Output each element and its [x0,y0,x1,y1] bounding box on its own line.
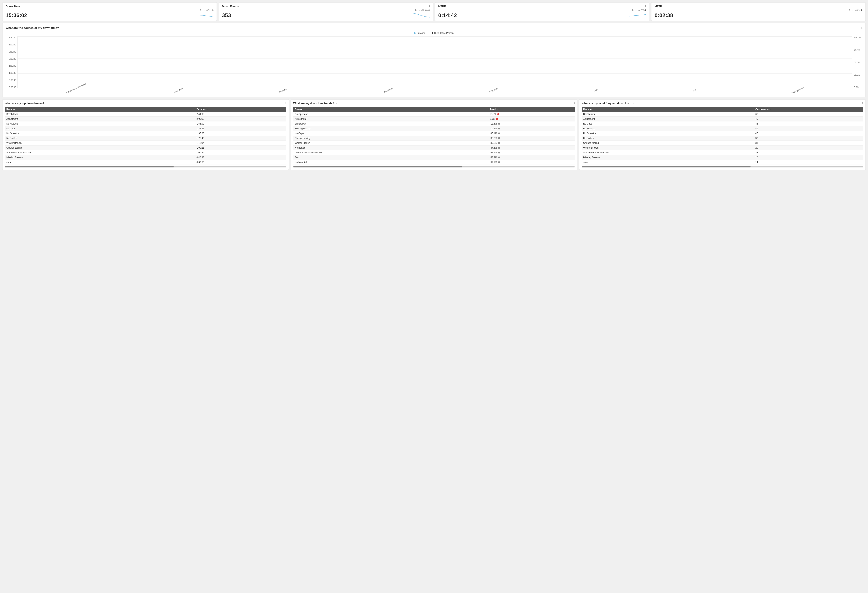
mttr-value: 0:02:38 [654,12,673,19]
chart-title: What are the causes of my down time? [6,26,59,29]
mttr-title: MTTR [654,5,662,8]
downtime-trend: Trend -4.5% [196,9,214,11]
mtbf-sparkline [629,12,646,18]
downevents-trend-dot [428,9,430,11]
downtime-info-icon[interactable]: ℹ [213,5,214,8]
chart-section: What are the causes of my down time? ℹ D… [2,23,866,97]
chart-plot-area [18,36,852,88]
y-axis-left: 3:30:00 3:00:00 2:30:00 2:00:00 1:30:00 … [6,36,17,88]
chart-legend: Duration Cumulative Percent [6,32,862,34]
mtbf-title: MTBF [438,5,446,8]
top-cards: Down Time ℹ 15:36:02 Trend -4.5% Down Ev… [2,2,866,21]
xlabel-jam: Jam [594,88,598,92]
chart-container: 3:30:00 3:00:00 2:30:00 2:00:00 1:30:00 … [6,36,862,94]
downevents-trend: Trend -61.9% [412,9,430,11]
downtime-value: 15:36:02 [6,12,27,19]
downtime-card: Down Time ℹ 15:36:02 Trend -4.5% [2,2,217,21]
legend-cumulative-label: Cumulative Percent [434,32,454,34]
mtbf-trend: Trend +4.8% [629,9,646,11]
mtbf-trend-dot [645,9,646,11]
downevents-title: Down Events [222,5,239,8]
mttr-trend: Trend -0.6% [845,9,862,11]
downevents-value: 353 [222,12,231,19]
cumulative-line [18,36,852,172]
downevents-sparkline [412,12,430,18]
mtbf-value: 0:14:42 [438,12,457,19]
svg-marker-0 [196,15,214,17]
mttr-trend-dot [861,9,862,11]
downtime-trend-dot [212,9,214,11]
y-axis-right: 100.0% 75.0% 50.0% 25.0% 0.0% [853,36,862,88]
x-labels: Autonomous Maintenance No Material Break… [18,89,852,94]
legend-duration-dot [414,32,416,34]
frequent-info-icon[interactable]: ℹ [862,102,863,105]
legend-duration: Duration [414,32,425,34]
downtime-title: Down Time [6,5,20,8]
legend-cumulative-line [429,33,433,33]
mttr-info-icon[interactable]: ℹ [861,5,862,8]
mttr-sparkline [845,12,862,18]
downevents-info-icon[interactable]: ℹ [429,5,430,8]
downevents-card: Down Events ℹ 353 Trend -61.9% [219,2,433,21]
chart-info-icon[interactable]: ℹ [861,26,862,29]
downtime-sparkline [196,12,214,18]
mttr-card: MTTR ℹ 0:02:38 Trend -0.6% [651,2,866,21]
legend-cumulative: Cumulative Percent [429,32,454,34]
xlabel-abc: abc [692,88,696,92]
mtbf-info-icon[interactable]: ℹ [645,5,646,8]
legend-duration-label: Duration [416,32,425,34]
mtbf-card: MTBF ℹ 0:14:42 Trend +4.8% [435,2,650,21]
